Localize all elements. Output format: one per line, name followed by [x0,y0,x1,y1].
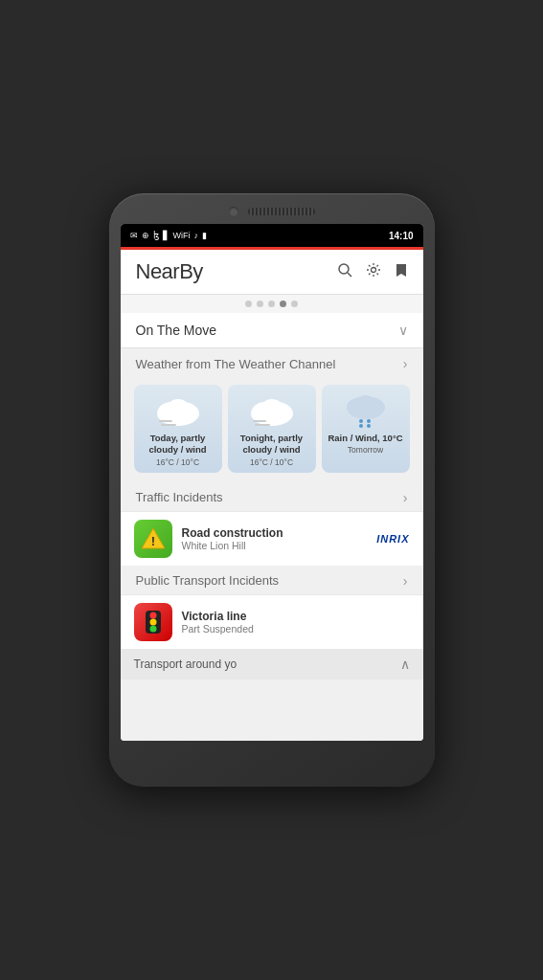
search-icon[interactable] [337,262,352,281]
weather-card-today[interactable]: Today, partly cloudy / wind 16°C / 10°C [134,385,222,473]
road-construction-icon: ! [134,520,172,558]
dot-4-active [280,301,286,307]
signal-icon: ▋ [163,231,170,240]
app-header: NearBy [121,250,423,295]
cloud-icon-tonight [246,392,298,429]
traffic-incident-title: Road construction [182,526,368,540]
traffic-light-icon [134,603,172,641]
volume-icon: ♪ [194,231,199,240]
collapse-icon: ∧ [400,657,410,672]
weather-cards: Today, partly cloudy / wind 16°C / 10°C [121,377,423,482]
traffic-chevron-icon: › [403,490,408,505]
svg-point-20 [359,424,363,428]
scroll-content: On The Move ∨ Weather from The Weather C… [121,313,423,741]
traffic-incident-row[interactable]: ! Road construction White Lion Hill INRI… [121,511,423,566]
svg-point-27 [149,618,156,625]
header-icons [337,262,408,281]
phone-device: ✉ ⊕ ɮ ▋ WiFi ♪ ▮ 14:10 NearBy [109,193,435,787]
weather-tonight-label: Tonight, partly cloudy / wind [232,433,312,457]
bluetooth-icon: ɮ [153,231,159,240]
dot-1 [245,301,252,307]
traffic-section-title: Traffic Incidents [136,490,223,504]
cloud-icon-today [152,392,204,429]
dot-2 [257,301,263,307]
svg-point-22 [367,424,371,428]
dropdown-label: On The Move [136,323,217,338]
weather-today-temp: 16°C / 10°C [156,457,199,467]
svg-point-2 [371,268,375,273]
weather-tonight-temp: 16°C / 10°C [250,457,293,467]
svg-point-26 [149,612,156,618]
status-bar: ✉ ⊕ ɮ ▋ WiFi ♪ ▮ 14:10 [121,224,423,247]
traffic-incident-text: Road construction White Lion Hill [182,526,368,551]
weather-today-label: Today, partly cloudy / wind [138,433,218,457]
cloud-rain-icon [340,392,392,429]
traffic-section-header[interactable]: Traffic Incidents › [121,482,423,511]
dropdown-chevron-icon: ∨ [398,323,408,338]
location-icon: ⊕ [142,231,149,240]
status-icons-left: ✉ ⊕ ɮ ▋ WiFi ♪ ▮ [130,231,208,240]
transport-around-bottom[interactable]: Transport around yo ∧ [121,649,423,679]
app-title: NearBy [136,259,203,284]
transport-incident-text: Victoria line Part Suspended [182,610,410,635]
weather-card-tonight[interactable]: Tonight, partly cloudy / wind 16°C / 10°… [228,385,316,473]
weather-section-header[interactable]: Weather from The Weather Channel › [121,348,423,377]
weather-card-tomorrow[interactable]: Rain / Wind, 10°C Tomorrow [322,385,410,473]
svg-line-1 [348,273,351,277]
transport-section-title: Public Transport Incidents [136,573,280,588]
svg-text:!: ! [150,534,154,548]
svg-point-6 [176,405,195,420]
settings-icon[interactable] [366,262,381,281]
on-the-move-dropdown[interactable]: On The Move ∨ [121,313,423,348]
dot-5 [291,301,298,307]
transport-incident-title: Victoria line [182,610,410,623]
transport-section-header[interactable]: Public Transport Incidents › [121,566,423,594]
pagination-dots [121,295,423,313]
front-camera [229,207,238,216]
transport-bottom-title: Transport around yo [134,657,238,671]
battery-icon: ▮ [202,231,207,240]
transport-chevron-icon: › [403,573,408,589]
traffic-incident-subtitle: White Lion Hill [182,540,368,551]
weather-tomorrow-sub: Tomorrow [348,445,383,455]
svg-point-28 [149,625,156,632]
speaker-grille [248,208,315,215]
status-time: 14:10 [389,231,414,241]
svg-point-18 [365,400,382,415]
transport-incident-subtitle: Part Suspended [182,623,410,635]
transport-incident-row[interactable]: Victoria line Part Suspended [121,594,423,649]
weather-tomorrow-label: Rain / Wind, 10°C [328,433,402,444]
svg-point-19 [359,419,363,423]
weather-section-title: Weather from The Weather Channel [136,357,336,371]
bookmark-icon[interactable] [395,262,408,281]
email-icon: ✉ [130,231,138,240]
dot-3 [268,301,275,307]
svg-point-21 [367,419,371,423]
phone-screen: ✉ ⊕ ɮ ▋ WiFi ♪ ▮ 14:10 NearBy [121,224,423,741]
svg-point-12 [270,405,289,420]
svg-point-0 [339,264,349,274]
inrix-logo: INRIX [376,533,409,545]
wifi-icon: WiFi [173,231,191,240]
weather-chevron-icon: › [403,356,408,371]
